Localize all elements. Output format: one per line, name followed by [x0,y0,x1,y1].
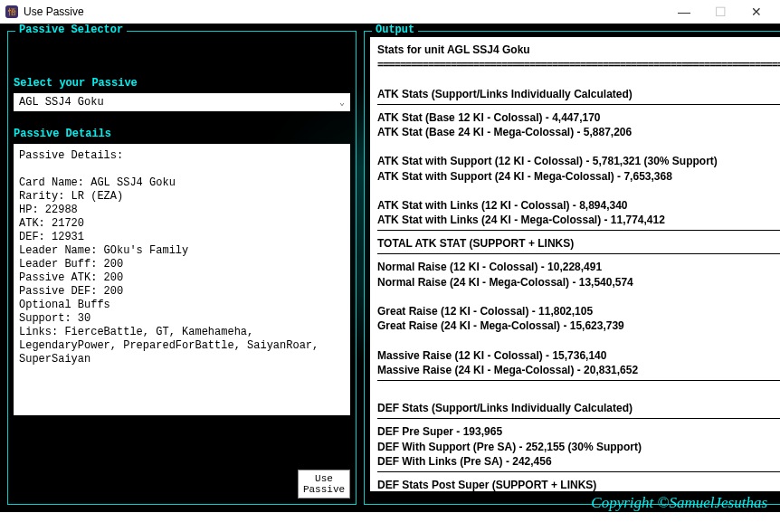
details-textbox[interactable]: Passive Details: Card Name: AGL SSJ4 Gok… [14,144,350,415]
divider [377,253,780,254]
atk-section-header: ATK Stats (Support/Links Individually Ca… [377,87,780,101]
stat-line: Normal Raise (24 KI - Mega-Colossal) - 1… [377,275,780,290]
stat-line: ATK Stat with Links (24 KI - Mega-Coloss… [377,213,780,227]
app-icon: 悟 [5,5,18,18]
stat-line: DEF Pre Super - 193,965 [377,424,780,439]
window-controls: — ☐ ✕ [666,1,775,23]
chevron-down-icon: ⌄ [339,97,345,108]
maximize-button[interactable]: ☐ [702,1,738,23]
window-title: Use Passive [24,5,84,18]
stat-line: Great Raise (24 KI - Mega-Colossal) - 15… [377,318,780,333]
stat-line: Great Raise (12 KI - Colossal) - 11,802,… [377,304,780,318]
divider [377,471,780,472]
def-section-header: DEF Stats (Support/Links Individually Ca… [377,401,780,415]
stat-line: ATK Stat (Base 24 KI - Mega-Colossal) - … [377,125,780,139]
stat-line: ATK Stat (Base 12 KI - Colossal) - 4,447… [377,110,780,125]
use-passive-button[interactable]: Use Passive [298,470,350,499]
stat-line: ATK Stat with Links (12 KI - Colossal) -… [377,198,780,213]
output-panel: Output Stats for unit AGL SSJ4 Goku ====… [364,31,780,505]
output-header: Stats for unit AGL SSJ4 Goku [377,43,780,57]
output-textbox[interactable]: Stats for unit AGL SSJ4 Goku ===========… [370,37,780,491]
stat-line: Normal Raise (12 KI - Colossal) - 10,228… [377,260,780,274]
divider-double: ========================================… [377,57,780,71]
dropdown-selected: AGL SSJ4 Goku [19,96,104,109]
selector-panel-title: Passive Selector [15,24,127,36]
total-atk-header: TOTAL ATK STAT (SUPPORT + LINKS) [377,236,780,251]
stat-line: ATK Stat with Support (24 KI - Mega-Colo… [377,169,780,184]
details-label: Passive Details [14,128,350,140]
stat-line: DEF With Support (Pre SA) - 252,155 (30%… [377,440,780,454]
def-post-header: DEF Stats Post Super (SUPPORT + LINKS) [377,478,780,491]
minimize-button[interactable]: — [666,1,702,23]
passive-dropdown[interactable]: AGL SSJ4 Goku ⌄ [14,93,350,111]
copyright-text: Copyright ©SamuelJesuthas [591,494,767,512]
stat-line: ATK Stat with Support (12 KI - Colossal)… [377,154,780,168]
stat-line: Massive Raise (24 KI - Mega-Colossal) - … [377,363,780,377]
passive-selector-panel: Passive Selector Select your Passive AGL… [7,31,357,505]
window-titlebar: 悟 Use Passive — ☐ ✕ [0,0,780,24]
app-body: Passive Selector Select your Passive AGL… [0,24,780,512]
divider [377,104,780,105]
output-panel-title: Output [372,24,418,36]
stat-line: Massive Raise (12 KI - Colossal) - 15,73… [377,348,780,363]
divider [377,230,780,231]
stat-line: DEF With Links (Pre SA) - 242,456 [377,454,780,469]
selector-label: Select your Passive [14,77,350,90]
divider [377,418,780,419]
close-button[interactable]: ✕ [738,1,775,23]
divider [377,380,780,381]
